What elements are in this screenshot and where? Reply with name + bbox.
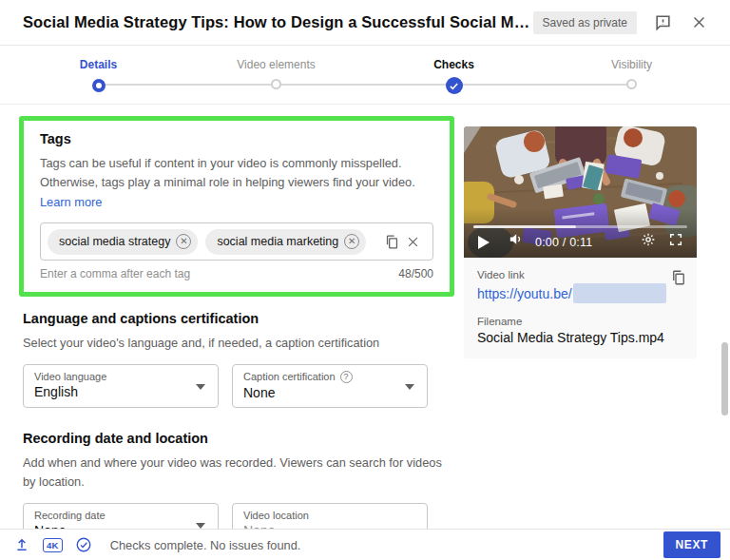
chevron-down-icon	[405, 384, 414, 390]
video-url-link[interactable]: https://youtu.be/	[477, 286, 572, 301]
tags-section-highlighted: Tags Tags can be useful if content in yo…	[19, 116, 454, 297]
video-title: Social Media Strategy Tips: How to Desig…	[23, 13, 533, 31]
recording-date-select[interactable]: Recording date None	[23, 503, 219, 529]
video-location-label: Video location	[243, 510, 417, 521]
caption-certification-label: Caption certification	[243, 371, 336, 382]
step-dot-upcoming	[271, 79, 281, 89]
video-info: Video link https://youtu.be/ Filename So…	[464, 258, 697, 358]
remove-tag-icon[interactable]: ✕	[176, 234, 191, 249]
step-dot-done	[92, 79, 106, 92]
volume-icon[interactable]	[508, 231, 524, 251]
step-dot-current	[446, 77, 463, 94]
step-checks[interactable]: Checks	[365, 46, 543, 104]
tags-input[interactable]: social media strategy ✕ social media mar…	[40, 222, 433, 261]
tag-chip-label: social media marketing	[217, 235, 338, 248]
scrollbar[interactable]	[721, 342, 728, 415]
checks-page-content: Tags Tags can be useful if content in yo…	[0, 105, 730, 529]
tag-chip: social media marketing ✕	[205, 229, 366, 255]
learn-more-link[interactable]: Learn more	[40, 195, 102, 209]
player-controls: 0:00 / 0:11	[464, 228, 697, 258]
step-dot-upcoming	[626, 79, 637, 89]
redacted-video-id	[573, 283, 666, 303]
checks-status-text: Checks complete. No issues found.	[110, 538, 301, 552]
recording-heading: Recording date and location	[23, 431, 454, 446]
remove-tag-icon[interactable]: ✕	[344, 234, 359, 249]
recording-date-label: Recording date	[34, 510, 208, 521]
filename-value: Social Media Strategy Tips.mp4	[477, 330, 683, 345]
tags-description-text: Tags can be useful if content in your vi…	[40, 156, 415, 189]
language-heading: Language and captions certification	[23, 311, 454, 326]
clear-tags-icon[interactable]	[402, 231, 423, 252]
recording-section: Recording date and location Add when and…	[23, 431, 454, 529]
help-icon[interactable]: ?	[340, 371, 353, 383]
caption-certification-select[interactable]: Caption certification ? None	[232, 364, 428, 408]
step-label: Details	[80, 58, 117, 71]
video-preview-panel: 0:00 / 0:11 Video link https://youtu.be/	[464, 126, 697, 358]
video-language-select[interactable]: Video language English	[23, 364, 219, 408]
video-link-label: Video link	[477, 269, 683, 280]
tags-char-counter: 48/500	[398, 267, 433, 280]
video-language-label: Video language	[34, 371, 208, 382]
chevron-down-icon	[196, 523, 205, 529]
step-label: Video elements	[237, 58, 316, 71]
step-details[interactable]: Details	[10, 46, 187, 104]
player-time: 0:00 / 0:11	[535, 236, 592, 249]
saved-status-badge: Saved as private	[533, 11, 637, 34]
tags-hint: Enter a comma after each tag	[40, 267, 190, 280]
hd-processing-icon: 4K	[43, 538, 63, 552]
fullscreen-icon[interactable]	[668, 232, 683, 251]
upload-stepper: Details Video elements Checks Visibility	[0, 46, 730, 105]
tag-chip: social media strategy ✕	[48, 229, 198, 255]
settings-gear-icon[interactable]	[641, 232, 656, 251]
copy-link-icon[interactable]	[670, 269, 687, 290]
check-icon	[449, 81, 459, 91]
video-player[interactable]: 0:00 / 0:11	[464, 126, 697, 258]
step-label: Visibility	[611, 58, 652, 71]
checks-done-icon	[73, 534, 94, 555]
upload-status-icon	[11, 534, 32, 555]
tag-chip-label: social media strategy	[59, 235, 170, 248]
recording-subtext: Add when and where your video was record…	[23, 454, 454, 492]
video-location-input[interactable]: Video location None	[232, 503, 428, 529]
close-icon[interactable]	[688, 12, 709, 33]
caption-certification-value: None	[243, 385, 417, 400]
language-section: Language and captions certification Sele…	[23, 311, 454, 407]
dialog-header: Social Media Strategy Tips: How to Desig…	[0, 0, 730, 46]
copy-tags-icon[interactable]	[381, 231, 402, 252]
next-button[interactable]: NEXT	[663, 531, 720, 558]
chevron-down-icon	[196, 384, 205, 390]
tags-heading: Tags	[40, 131, 433, 146]
filename-label: Filename	[477, 316, 683, 327]
language-subtext: Select your video's language and, if nee…	[23, 334, 454, 353]
step-visibility[interactable]: Visibility	[543, 46, 720, 104]
tags-description: Tags can be useful if content in your vi…	[40, 154, 433, 212]
footer-bar: 4K Checks complete. No issues found. NEX…	[0, 529, 730, 560]
feedback-icon[interactable]	[652, 12, 673, 33]
video-language-value: English	[34, 384, 208, 399]
step-label: Checks	[433, 58, 474, 71]
play-icon[interactable]	[478, 236, 490, 249]
step-video-elements[interactable]: Video elements	[187, 46, 365, 104]
stepper-line	[103, 84, 626, 86]
